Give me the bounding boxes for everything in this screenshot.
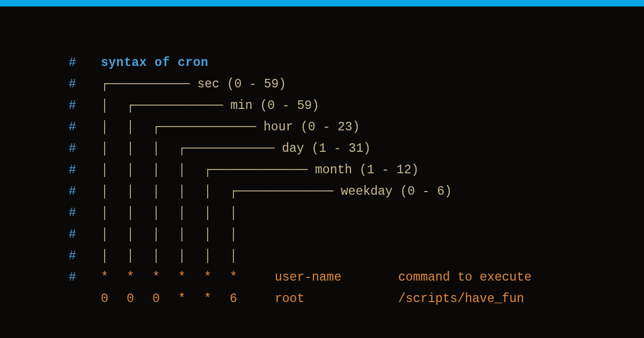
field-row: #││┌───────────── hour (0 - 23) (69, 116, 644, 138)
wildcard-star: * (178, 267, 204, 288)
field-label: day (1 - 31) (282, 138, 371, 159)
corner-connector: ┌───────────── (230, 181, 341, 202)
pipe-icon: │ (178, 181, 204, 202)
example-value: 0 (101, 288, 127, 310)
hash-mark: # (69, 116, 101, 138)
pipe-icon: │ (101, 138, 127, 159)
example-value: 0 (127, 288, 152, 310)
pipe-icon: │ (178, 159, 204, 181)
pipe-icon: │ (178, 202, 204, 224)
pipe-icon: │ (204, 224, 230, 245)
pipe-icon: │ (101, 224, 127, 245)
field-label: hour (0 - 23) (264, 116, 360, 138)
top-accent-bar (0, 0, 644, 6)
pipe-icon: │ (127, 138, 152, 159)
field-row: #┌─────────── sec (0 - 59) (69, 74, 644, 95)
pipe-icon: │ (230, 202, 255, 224)
pipe-icon: │ (101, 159, 127, 181)
example-row: 000**6 root /scripts/have_fun (69, 288, 644, 310)
field-row: #││││┌───────────── month (1 - 12) (69, 159, 644, 181)
pipe-icon: │ (178, 224, 204, 245)
spacer-row: #││││││ (69, 224, 644, 245)
pipe-icon: │ (230, 245, 255, 267)
pipe-icon: │ (101, 245, 127, 267)
pipe-icon: │ (127, 245, 152, 267)
field-label: sec (0 - 59) (197, 74, 286, 95)
pipe-icon: │ (152, 159, 178, 181)
pipe-icon: │ (127, 202, 152, 224)
spacer-row: #││││││ (69, 245, 644, 267)
hash-mark: # (69, 245, 101, 267)
corner-connector: ┌───────────── (204, 159, 315, 181)
hash-mark: # (69, 52, 101, 74)
wildcard-star: * (127, 267, 152, 288)
field-row: #│││┌──────────── day (1 - 31) (69, 138, 644, 159)
title-row: # syntax of cron (69, 52, 644, 74)
hash-mark: # (69, 181, 101, 202)
corner-connector: ┌───────────── (152, 116, 264, 138)
pipe-icon: │ (101, 95, 127, 116)
diagram-title: syntax of cron (101, 52, 208, 74)
wildcard-star: * (230, 267, 255, 288)
hash-mark: # (69, 202, 101, 224)
pipe-icon: │ (101, 202, 127, 224)
example-value: 6 (230, 288, 255, 310)
pipe-icon: │ (152, 245, 178, 267)
wildcard-star: * (101, 267, 127, 288)
user-column-header: user-name (275, 267, 398, 288)
field-label: month (1 - 12) (315, 159, 419, 181)
field-row: #│┌──────────── min (0 - 59) (69, 95, 644, 116)
hash-mark: # (69, 138, 101, 159)
pipe-icon: │ (178, 245, 204, 267)
hash-mark: # (69, 95, 101, 116)
pipe-icon: │ (152, 181, 178, 202)
pipe-icon: │ (204, 202, 230, 224)
pipe-icon: │ (152, 224, 178, 245)
hash-mark: # (69, 224, 101, 245)
template-row: # ****** user-name command to execute (69, 267, 644, 288)
pipe-icon: │ (127, 181, 152, 202)
hash-mark: # (69, 267, 101, 288)
pipe-icon: │ (152, 138, 178, 159)
example-value: * (178, 288, 204, 310)
example-value: * (204, 288, 230, 310)
hash-mark: # (69, 159, 101, 181)
pipe-icon: │ (152, 202, 178, 224)
hash-mark (69, 288, 101, 310)
cron-diagram: # syntax of cron #┌─────────── sec (0 - … (0, 6, 644, 310)
example-user: root (275, 288, 398, 310)
command-column-header: command to execute (398, 267, 531, 288)
spacer-row: #││││││ (69, 202, 644, 224)
field-label: weekday (0 - 6) (341, 181, 452, 202)
wildcard-star: * (204, 267, 230, 288)
corner-connector: ┌──────────── (178, 138, 282, 159)
pipe-icon: │ (127, 224, 152, 245)
corner-connector: ┌─────────── (101, 74, 197, 95)
pipe-icon: │ (230, 224, 255, 245)
field-row: #│││││┌───────────── weekday (0 - 6) (69, 181, 644, 202)
field-label: min (0 - 59) (230, 95, 319, 116)
pipe-icon: │ (204, 181, 230, 202)
pipe-icon: │ (127, 116, 152, 138)
example-command: /scripts/have_fun (398, 288, 524, 310)
pipe-icon: │ (204, 245, 230, 267)
pipe-icon: │ (101, 181, 127, 202)
pipe-icon: │ (101, 116, 127, 138)
corner-connector: ┌──────────── (127, 95, 230, 116)
example-value: 0 (152, 288, 178, 310)
pipe-icon: │ (127, 159, 152, 181)
wildcard-star: * (152, 267, 178, 288)
hash-mark: # (69, 74, 101, 95)
